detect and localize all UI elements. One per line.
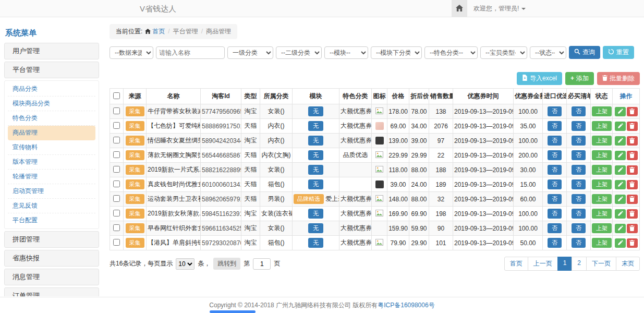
sidebar-item-module-goods-category[interactable]: 模块商品分类 bbox=[8, 97, 95, 111]
sidebar-item-carousel-management[interactable]: 轮播管理 bbox=[8, 170, 95, 184]
sidebar-item-feedback[interactable]: 意见反馈 bbox=[8, 199, 95, 213]
import-optional-toggle[interactable]: 否 bbox=[548, 179, 562, 189]
page-number-input[interactable] bbox=[253, 258, 271, 270]
must-buy-toggle[interactable]: 否 bbox=[572, 150, 586, 160]
must-buy-toggle[interactable]: 否 bbox=[572, 194, 586, 204]
delete-button[interactable] bbox=[627, 224, 638, 233]
status-toggle[interactable]: 上架 bbox=[592, 238, 612, 248]
horizontal-scrollbar-thumb[interactable] bbox=[210, 310, 256, 313]
level1-category-select[interactable]: 一级分类 bbox=[227, 46, 273, 59]
must-buy-toggle[interactable]: 否 bbox=[572, 121, 586, 131]
pager-first[interactable]: 首页 bbox=[504, 257, 528, 271]
pager-last[interactable]: 末页 bbox=[616, 257, 640, 271]
row-checkbox[interactable] bbox=[113, 210, 120, 216]
row-checkbox[interactable] bbox=[113, 122, 120, 129]
edit-button[interactable] bbox=[615, 122, 626, 131]
must-buy-toggle[interactable]: 否 bbox=[572, 223, 586, 233]
pager-page-1[interactable]: 1 bbox=[557, 257, 573, 271]
edit-button[interactable] bbox=[615, 209, 626, 219]
import-optional-toggle[interactable]: 否 bbox=[548, 106, 562, 116]
home-button[interactable] bbox=[452, 0, 467, 17]
data-source-select[interactable]: --数据来源-- bbox=[110, 46, 153, 59]
sidebar-item-version-management[interactable]: 版本管理 bbox=[8, 155, 95, 170]
delete-button[interactable] bbox=[627, 122, 638, 131]
sidebar-item-user-management[interactable]: 用户管理 bbox=[4, 43, 99, 59]
row-checkbox[interactable] bbox=[113, 224, 120, 231]
row-checkbox[interactable] bbox=[113, 180, 120, 187]
sidebar-item-platform-config[interactable]: 平台配置 bbox=[8, 213, 95, 227]
status-select[interactable]: --状态-- bbox=[530, 46, 566, 59]
status-toggle[interactable]: 上架 bbox=[592, 194, 612, 204]
status-toggle[interactable]: 上架 bbox=[592, 136, 612, 146]
delete-button[interactable] bbox=[627, 165, 638, 175]
status-toggle[interactable]: 上架 bbox=[592, 121, 612, 131]
row-checkbox[interactable] bbox=[113, 107, 120, 114]
must-buy-toggle[interactable]: 否 bbox=[572, 165, 586, 175]
edit-button[interactable] bbox=[615, 224, 626, 233]
import-optional-toggle[interactable]: 否 bbox=[548, 136, 562, 146]
status-toggle[interactable]: 上架 bbox=[592, 106, 612, 116]
item-type-select[interactable]: --宝贝类型-- bbox=[480, 46, 527, 59]
select-all-checkbox[interactable] bbox=[113, 92, 120, 99]
import-optional-toggle[interactable]: 否 bbox=[548, 121, 562, 131]
must-buy-toggle[interactable]: 否 bbox=[572, 136, 586, 146]
sidebar-item-promo-materials[interactable]: 宣传物料 bbox=[8, 140, 95, 155]
status-toggle[interactable]: 上架 bbox=[592, 223, 612, 233]
import-optional-toggle[interactable]: 否 bbox=[548, 194, 562, 204]
level2-category-select[interactable]: --二级分类-- bbox=[276, 46, 322, 59]
icp-link[interactable]: 粤ICP备16098006号 bbox=[378, 301, 434, 310]
row-checkbox[interactable] bbox=[113, 151, 120, 158]
delete-button[interactable] bbox=[627, 107, 638, 116]
edit-button[interactable] bbox=[615, 151, 626, 160]
must-buy-toggle[interactable]: 否 bbox=[572, 238, 586, 248]
batch-delete-button[interactable]: 批量删除 bbox=[597, 72, 640, 85]
import-optional-toggle[interactable]: 否 bbox=[548, 165, 562, 175]
sidebar-item-goods-category[interactable]: 商品分类 bbox=[8, 82, 95, 97]
delete-button[interactable] bbox=[627, 238, 638, 248]
sidebar-item-saving-news[interactable]: 省惠快报 bbox=[4, 250, 99, 267]
pager-next[interactable]: 下一页 bbox=[586, 257, 616, 271]
edit-button[interactable] bbox=[615, 195, 626, 204]
breadcrumb-home-link[interactable]: 首页 bbox=[152, 28, 165, 35]
user-menu[interactable]: 欢迎您，管理员! bbox=[473, 4, 526, 13]
name-input[interactable] bbox=[156, 46, 225, 59]
sidebar-item-message-management[interactable]: 消息管理 bbox=[4, 269, 99, 285]
pager-page-2[interactable]: 2 bbox=[572, 257, 587, 271]
edit-button[interactable] bbox=[615, 165, 626, 175]
sidebar-item-order-management[interactable]: 订单管理 bbox=[4, 287, 99, 296]
delete-button[interactable] bbox=[627, 209, 638, 219]
reset-button[interactable]: 重置 bbox=[603, 46, 634, 59]
edit-button[interactable] bbox=[615, 238, 626, 248]
module-subcategory-select[interactable]: --模块下分类-- bbox=[371, 46, 422, 59]
status-toggle[interactable]: 上架 bbox=[592, 209, 612, 219]
status-toggle[interactable]: 上架 bbox=[592, 165, 612, 175]
delete-button[interactable] bbox=[627, 136, 638, 146]
edit-button[interactable] bbox=[615, 136, 626, 146]
row-checkbox[interactable] bbox=[113, 239, 120, 246]
query-button[interactable]: 查询 bbox=[569, 46, 600, 59]
feature-category-select[interactable]: --特色分类-- bbox=[424, 46, 478, 59]
sidebar-item-goods-management[interactable]: 商品管理 bbox=[8, 126, 95, 140]
must-buy-toggle[interactable]: 否 bbox=[572, 209, 586, 219]
sidebar-item-platform-management[interactable]: 平台管理 bbox=[4, 62, 99, 78]
delete-button[interactable] bbox=[627, 180, 638, 189]
add-button[interactable]: + 添加 bbox=[565, 72, 594, 85]
sidebar-item-feature-category[interactable]: 特色分类 bbox=[8, 111, 95, 126]
pager-prev[interactable]: 上一页 bbox=[528, 257, 558, 271]
import-optional-toggle[interactable]: 否 bbox=[548, 209, 562, 219]
per-page-select[interactable]: 10 bbox=[176, 258, 195, 270]
delete-button[interactable] bbox=[627, 195, 638, 204]
delete-button[interactable] bbox=[627, 151, 638, 160]
edit-button[interactable] bbox=[615, 180, 626, 189]
row-checkbox[interactable] bbox=[113, 195, 120, 202]
row-checkbox[interactable] bbox=[113, 166, 120, 173]
row-checkbox[interactable] bbox=[113, 137, 120, 143]
status-toggle[interactable]: 上架 bbox=[592, 150, 612, 160]
edit-button[interactable] bbox=[615, 107, 626, 116]
module-select[interactable]: --模块-- bbox=[324, 46, 368, 59]
must-buy-toggle[interactable]: 否 bbox=[572, 106, 586, 116]
import-excel-button[interactable]: 导入excel bbox=[517, 72, 562, 85]
jump-button[interactable]: 跳转到 bbox=[213, 258, 240, 270]
import-optional-toggle[interactable]: 否 bbox=[548, 150, 562, 160]
import-optional-toggle[interactable]: 否 bbox=[548, 238, 562, 248]
